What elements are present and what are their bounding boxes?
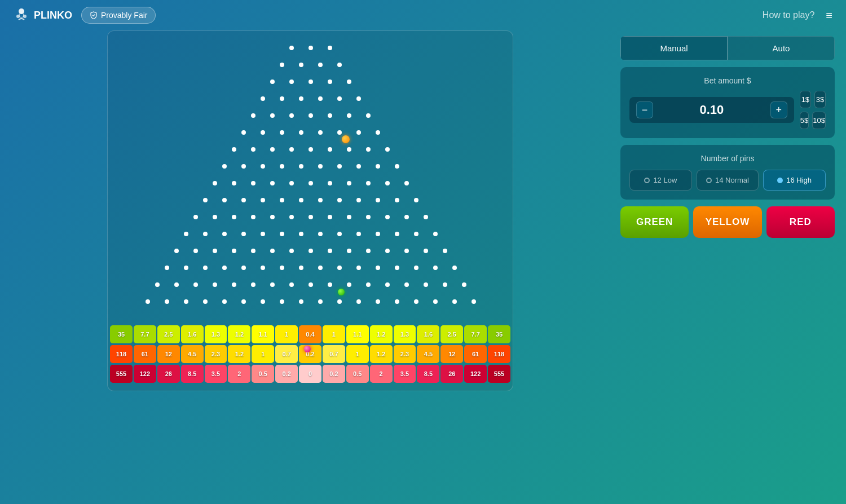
pin [232, 249, 236, 253]
pin [193, 282, 198, 287]
pin [251, 215, 255, 219]
pin [414, 232, 418, 236]
ball [338, 289, 345, 295]
pin [174, 282, 179, 287]
bet-label: Bet amount $ [629, 76, 826, 85]
provably-fair-button[interactable]: Provably Fair [81, 7, 156, 24]
pin [356, 96, 361, 101]
pin [366, 282, 371, 287]
multiplier-cell: 2 [228, 365, 250, 383]
pin [261, 198, 265, 202]
multiplier-cell: 7.7 [464, 325, 487, 343]
pin [414, 198, 418, 202]
pin [270, 79, 275, 84]
pin [385, 181, 390, 185]
multiplier-cell: 61 [464, 345, 487, 363]
menu-icon[interactable]: ≡ [826, 9, 832, 22]
pin [155, 282, 160, 287]
radio-dot-12low [644, 178, 650, 183]
pin [424, 282, 428, 287]
pin [395, 164, 399, 169]
pin [261, 164, 265, 169]
shield-icon [90, 11, 98, 19]
pins-option-14normal[interactable]: 14 Normal [697, 170, 759, 191]
green-button[interactable]: GREEN [620, 206, 689, 238]
pin [280, 198, 284, 202]
pins-panel: Number of pins 12 Low14 Normal16 High [620, 145, 835, 200]
multiplier-cell: 0.7 [275, 345, 298, 363]
pin [356, 164, 361, 169]
pin [270, 282, 275, 287]
pins-option-16high[interactable]: 16 High [763, 170, 826, 191]
color-buttons: GREEN YELLOW RED [620, 206, 835, 238]
pin [174, 249, 179, 253]
pin [241, 164, 246, 169]
pin [261, 232, 265, 236]
pin [309, 147, 313, 152]
quick-bet-3$[interactable]: 3$ [814, 91, 826, 108]
tab-manual[interactable]: Manual [620, 36, 728, 60]
pin [337, 130, 342, 135]
pin [318, 63, 323, 67]
pin [289, 113, 294, 118]
pin [328, 249, 332, 253]
pin [309, 249, 313, 253]
pin [337, 299, 342, 304]
pin [376, 130, 380, 135]
quick-bet-1$[interactable]: 1$ [800, 91, 811, 108]
pins-options: 12 Low14 Normal16 High [629, 170, 826, 191]
pin [328, 46, 332, 50]
increase-bet-button[interactable]: + [770, 101, 787, 118]
multiplier-cell: 0.5 [346, 365, 369, 383]
pin [232, 181, 236, 185]
pins-option-label-14normal: 14 Normal [715, 176, 749, 184]
pin [433, 299, 438, 304]
pin [347, 215, 351, 219]
multiplier-cell: 1.1 [346, 325, 369, 343]
multiplier-cell: 12 [157, 345, 180, 363]
pin [337, 266, 342, 270]
pin [241, 198, 246, 202]
pin [385, 215, 390, 219]
pin [309, 79, 313, 84]
decrease-bet-button[interactable]: − [636, 101, 653, 118]
tab-auto[interactable]: Auto [728, 36, 835, 60]
pin [280, 232, 284, 236]
pin [366, 181, 371, 185]
header: PLINKO Provably Fair How to play? ≡ [0, 0, 846, 30]
quick-bet-10$[interactable]: 10$ [812, 112, 826, 129]
pin [356, 232, 361, 236]
pin [347, 147, 351, 152]
main-content: 357.72.51.61.31.21.110.411.11.21.31.62.5… [0, 30, 846, 501]
pin [299, 232, 303, 236]
pin [376, 266, 380, 270]
pin [146, 299, 150, 304]
pin [376, 198, 380, 202]
pin [337, 232, 342, 236]
pin [299, 63, 303, 67]
multiplier-cell: 8.5 [417, 365, 439, 383]
how-to-play-link[interactable]: How to play? [763, 10, 815, 20]
pin [385, 249, 390, 253]
pin [462, 282, 466, 287]
pin [309, 282, 313, 287]
red-multiplier-row: 555122268.53.520.50.200.20.523.58.526122… [110, 365, 510, 383]
multiplier-cell: 4.5 [417, 345, 439, 363]
pins-option-label-16high: 16 High [786, 176, 812, 184]
pin [356, 198, 361, 202]
pins-option-12low[interactable]: 12 Low [629, 170, 692, 191]
pin [309, 113, 313, 118]
multiplier-cell: 2 [370, 365, 393, 383]
yellow-button[interactable]: YELLOW [693, 206, 761, 238]
multipliers-section: 357.72.51.61.31.21.110.411.11.21.31.62.5… [108, 323, 513, 391]
multiplier-cell: 8.5 [181, 365, 204, 383]
pin [376, 299, 380, 304]
pin [328, 215, 332, 219]
pin [318, 96, 323, 101]
multiplier-cell: 1.6 [181, 325, 204, 343]
quick-bet-5$[interactable]: 5$ [800, 112, 809, 129]
pin [328, 113, 332, 118]
pin [184, 299, 188, 304]
red-button[interactable]: RED [766, 206, 835, 238]
pins-option-label-12low: 12 Low [653, 176, 677, 184]
